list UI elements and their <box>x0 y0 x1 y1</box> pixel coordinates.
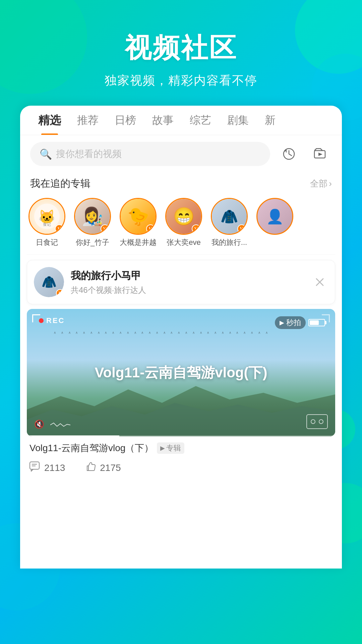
main-card: 精选 推荐 日榜 故事 综艺 剧集 新 🔍 搜你想看的视频 <box>20 106 342 569</box>
video-folder-button[interactable] <box>308 142 332 166</box>
avatar-item-1[interactable]: 🐱 食记 V 日食记 <box>27 198 67 248</box>
album-badge[interactable]: ▶ 专辑 <box>157 442 184 454</box>
avatar-item-6[interactable]: 👤 <box>255 198 295 248</box>
channel-name: 我的旅行小马甲 <box>71 269 305 283</box>
vip-badge-1: V <box>55 224 64 233</box>
channel-card: 🧥 V 我的旅行小马甲 共46个视频·旅行达人 <box>27 260 335 304</box>
like-stat[interactable]: 2175 <box>85 461 121 474</box>
avatar-name-3: 大概是井越 <box>118 237 158 248</box>
avatar-name-1: 日食记 <box>27 237 67 248</box>
divider-1 <box>27 254 335 255</box>
video-stats: 2113 2175 <box>20 458 342 481</box>
close-button[interactable] <box>311 274 328 290</box>
tab-zongyi[interactable]: 综艺 <box>182 106 219 135</box>
like-icon <box>85 461 97 474</box>
search-area: 🔍 搜你想看的视频 <box>20 135 342 171</box>
video-meta-title: Volg11-云南自驾游vlog（下） ▶ 专辑 <box>29 442 333 454</box>
tab-gushi[interactable]: 故事 <box>144 106 182 135</box>
avatar-circle-5: 🧥 V <box>211 198 248 235</box>
avatar-item-2[interactable]: 👩‍🎨 V 你好_竹子 <box>72 198 113 248</box>
comment-stat[interactable]: 2113 <box>29 462 65 474</box>
more-button[interactable]: 全部 › <box>310 178 332 190</box>
svg-marker-2 <box>318 153 322 156</box>
mute-icon[interactable]: 🔇 <box>34 420 44 429</box>
avatar-circle-6: 👤 <box>256 198 293 235</box>
tab-jingxuan[interactable]: 精选 <box>30 106 69 135</box>
vip-badge-4: V <box>192 224 200 233</box>
video-thumbnail[interactable]: REC ▶ 秒拍 ∧ ∧ ∧ ∧ ∧ ∧ ∧ ∧ ∧ ∧ ∧ ∧ ∧ ∧ ∧ ∧… <box>27 309 335 436</box>
rec-badge: REC <box>39 316 65 325</box>
avatar-item-5[interactable]: 🧥 V 我的旅行... <box>209 198 249 248</box>
channel-avatar: 🧥 V <box>34 267 64 297</box>
vip-badge-3: V <box>146 224 155 233</box>
audio-waveform <box>50 422 70 428</box>
avatar-name-4: 张大奕eve <box>164 237 204 248</box>
tab-new[interactable]: 新 <box>257 106 284 135</box>
avatar-row: 🐱 食记 V 日食记 👩‍🎨 V 你好_竹子 🐤 V 大概是井越 <box>20 195 342 254</box>
birds-area: ∧ ∧ ∧ ∧ ∧ ∧ ∧ ∧ ∧ ∧ ∧ ∧ ∧ ∧ ∧ ∧ ∧ ∧ ∧ ∧ … <box>54 329 282 335</box>
battery-icon <box>308 319 325 326</box>
history-button[interactable] <box>277 142 301 166</box>
avatar-circle-4: 😁 V <box>165 198 202 235</box>
search-placeholder: 搜你想看的视频 <box>56 148 122 160</box>
channel-desc: 共46个视频·旅行达人 <box>71 285 305 296</box>
video-progress-fill <box>27 435 119 436</box>
vip-badge-5: V <box>237 224 246 233</box>
cassette-icon <box>306 414 328 429</box>
mountain-landscape <box>27 376 335 436</box>
following-section-header: 我在追的专辑 全部 › <box>20 171 342 195</box>
search-box[interactable]: 🔍 搜你想看的视频 <box>30 142 270 166</box>
video-top-right: ▶ 秒拍 <box>275 316 325 329</box>
page-title: 视频社区 <box>0 30 362 66</box>
avatar-circle-2: 👩‍🎨 V <box>74 198 111 235</box>
search-icon: 🔍 <box>40 148 52 160</box>
avatar-circle-3: 🐤 V <box>120 198 157 235</box>
video-progress-bar[interactable] <box>27 435 335 436</box>
page-subtitle: 独家视频，精彩内容看不停 <box>0 72 362 89</box>
chevron-right-icon: › <box>329 178 332 189</box>
avatar-circle-1: 🐱 食记 V <box>28 198 65 235</box>
tab-juju[interactable]: 剧集 <box>219 106 257 135</box>
tabs-row: 精选 推荐 日榜 故事 综艺 剧集 新 <box>20 106 342 135</box>
channel-info: 我的旅行小马甲 共46个视频·旅行达人 <box>71 269 305 296</box>
comment-icon <box>29 462 41 474</box>
following-title: 我在追的专辑 <box>30 177 90 191</box>
header: 视频社区 独家视频，精彩内容看不停 <box>0 0 362 106</box>
video-meta: Volg11-云南自驾游vlog（下） ▶ 专辑 <box>20 436 342 458</box>
tab-tuijian[interactable]: 推荐 <box>69 106 107 135</box>
avatar-item-4[interactable]: 😁 V 张大奕eve <box>164 198 204 248</box>
avatar-name-2: 你好_竹子 <box>72 237 113 248</box>
tab-ribang[interactable]: 日榜 <box>107 106 144 135</box>
avatar-name-5: 我的旅行... <box>209 237 249 248</box>
secondpai-badge: ▶ 秒拍 <box>275 316 306 329</box>
svg-text:食记: 食记 <box>43 222 51 227</box>
vip-badge-2: V <box>101 224 109 233</box>
avatar-item-3[interactable]: 🐤 V 大概是井越 <box>118 198 158 248</box>
